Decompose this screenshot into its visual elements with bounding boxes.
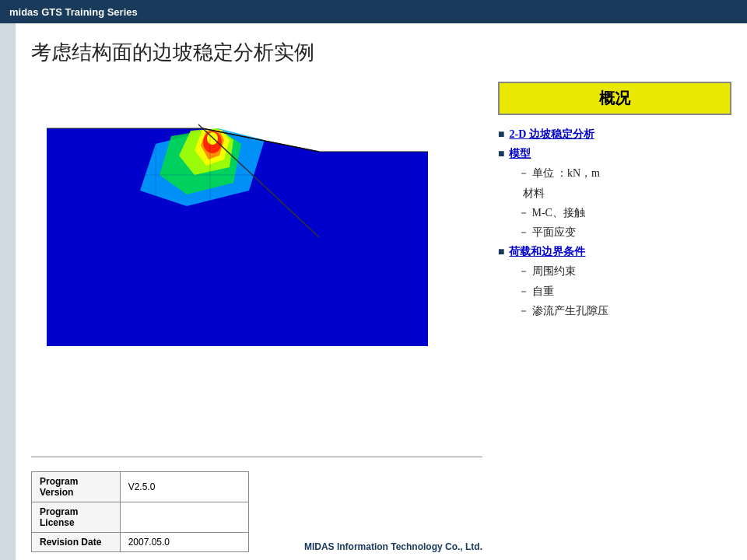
sub-item: － 渗流产生孔隙压 bbox=[510, 301, 608, 320]
bullet-icon: ■ bbox=[498, 124, 504, 144]
diagram-column: Program VersionV2.5.0Program LicenseRevi… bbox=[31, 82, 482, 552]
list-item: ■ 荷载和边界条件 － 周围约束 － 自重 － 渗流产生孔隙压 bbox=[498, 242, 731, 320]
bottom-section: Program VersionV2.5.0Program LicenseRevi… bbox=[31, 471, 482, 552]
table-value-cell bbox=[120, 502, 248, 533]
table-row: Revision Date2007.05.0 bbox=[32, 533, 249, 552]
sub-item: － 自重 bbox=[510, 282, 608, 301]
overview-list: ■2-D 边坡稳定分析 ■ 模型 － 单位 ：kN，m 材料 － M-C、接触 … bbox=[498, 124, 731, 320]
company-name: MIDAS Information Technology Co., Ltd. bbox=[304, 541, 482, 552]
header-title: midas GTS Training Series bbox=[9, 6, 138, 18]
main-content: 考虑结构面的边坡稳定分析实例 bbox=[0, 23, 747, 560]
content-area: 考虑结构面的边坡稳定分析实例 bbox=[16, 23, 747, 560]
model-subs: － 单位 ：kN，m 材料 － M-C、接触 － 平面应变 bbox=[498, 163, 600, 242]
overview-title: 概况 bbox=[498, 82, 731, 115]
overview-panel: 概况 ■2-D 边坡稳定分析 ■ 模型 － 单位 ：kN，m 材料 － M-C、… bbox=[498, 82, 731, 552]
sub-item: － 周围约束 bbox=[510, 261, 608, 281]
page-title: 考虑结构面的边坡稳定分析实例 bbox=[31, 39, 731, 66]
table-row: Program VersionV2.5.0 bbox=[32, 472, 249, 502]
table-row: Program License bbox=[32, 502, 249, 533]
sub-item: － 平面应变 bbox=[510, 222, 600, 242]
company-info: MIDAS Information Technology Co., Ltd. bbox=[304, 541, 482, 552]
sub-item: 材料 bbox=[510, 184, 600, 203]
left-sidebar-strip bbox=[0, 23, 16, 560]
list-item: ■ 模型 － 单位 ：kN，m 材料 － M-C、接触 － 平面应变 bbox=[498, 144, 731, 242]
load-subs: － 周围约束 － 自重 － 渗流产生孔隙压 bbox=[498, 261, 608, 320]
header: midas GTS Training Series bbox=[0, 0, 747, 23]
overview-link-3[interactable]: 荷载和边界条件 bbox=[509, 242, 585, 261]
table-label-cell: Revision Date bbox=[32, 533, 121, 552]
footer-divider bbox=[31, 457, 482, 457]
bullet-icon: ■ bbox=[498, 144, 504, 163]
table-value-cell: 2007.05.0 bbox=[120, 533, 248, 552]
overview-link-2[interactable]: 模型 bbox=[509, 144, 531, 163]
two-column-layout: Program VersionV2.5.0Program LicenseRevi… bbox=[31, 82, 731, 552]
bullet-icon: ■ bbox=[498, 242, 504, 261]
sub-item: － M-C、接触 bbox=[510, 203, 600, 222]
list-item: ■2-D 边坡稳定分析 bbox=[498, 124, 731, 144]
info-table: Program VersionV2.5.0Program LicenseRevi… bbox=[31, 471, 249, 552]
table-value-cell: V2.5.0 bbox=[120, 472, 248, 502]
fem-diagram bbox=[47, 82, 428, 346]
table-label-cell: Program Version bbox=[32, 472, 121, 502]
table-label-cell: Program License bbox=[32, 502, 121, 533]
sub-item: － 单位 ：kN，m bbox=[510, 163, 600, 183]
overview-link-1[interactable]: 2-D 边坡稳定分析 bbox=[509, 124, 594, 144]
